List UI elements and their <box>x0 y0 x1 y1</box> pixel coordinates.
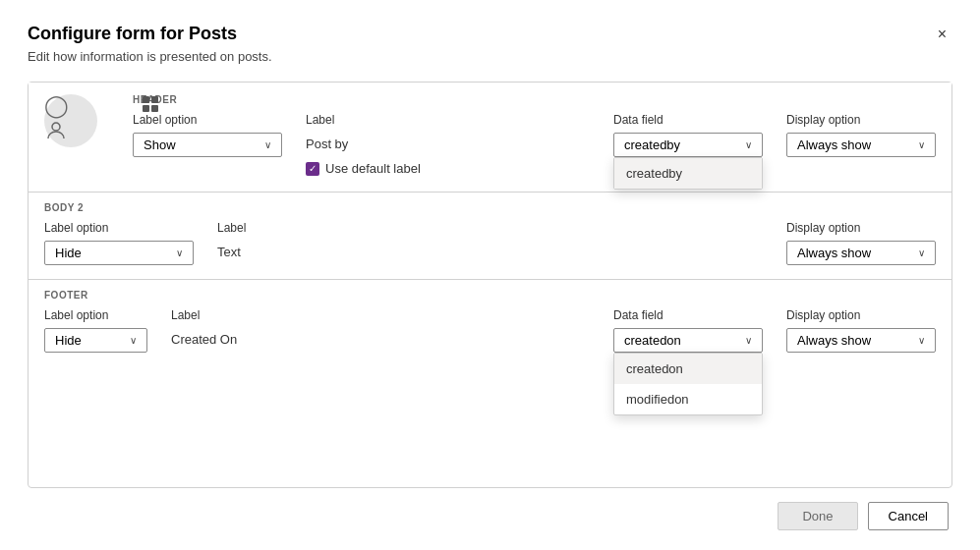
avatar: ◯️ <box>44 94 97 147</box>
footer-dropdown-item-createdon[interactable]: createdon <box>614 354 762 384</box>
dialog-subtitle: Edit how information is presented on pos… <box>28 49 952 64</box>
chevron-down-icon-5: ∨ <box>918 248 925 258</box>
header-section: ◯️ HEADER Label opti <box>29 82 951 192</box>
header-fields-row: Label option Show ∨ Label Post by Use de… <box>133 113 936 176</box>
footer-section: FOOTER Label option Hide ∨ Label Created… <box>29 280 951 366</box>
footer-display-option-select[interactable]: Always show ∨ <box>786 328 936 353</box>
body2-label-text: Text <box>217 241 246 259</box>
cancel-button[interactable]: Cancel <box>868 502 949 530</box>
header-display-option-group: Display option Always show ∨ <box>786 113 936 157</box>
dialog-title: Configure form for Posts <box>28 24 237 44</box>
footer-data-field-select[interactable]: createdon ∨ <box>613 328 763 353</box>
header-label-option-group: Label option Show ∨ <box>133 113 282 157</box>
svg-point-0 <box>52 123 60 131</box>
footer-label-label: Label <box>171 308 237 322</box>
use-default-label-row: Use default label <box>306 161 421 176</box>
body2-label-option-label: Label option <box>44 221 194 235</box>
chevron-down-icon-8: ∨ <box>918 335 925 346</box>
body2-label-option-select[interactable]: Hide ∨ <box>44 241 194 265</box>
body2-section-label: BODY 2 <box>44 202 936 213</box>
header-data-field-group: Data field createdby ∨ createdby <box>613 113 763 157</box>
header-label-label: Label <box>306 113 421 127</box>
footer-display-option-label: Display option <box>786 308 936 322</box>
use-default-label-checkbox[interactable] <box>306 162 319 176</box>
header-label-group: Label Post by Use default label <box>306 113 421 176</box>
body2-display-option-select[interactable]: Always show ∨ <box>786 241 936 265</box>
footer-label-option-select[interactable]: Hide ∨ <box>44 328 147 353</box>
header-label-option-label: Label option <box>133 113 282 127</box>
header-data-field-select[interactable]: createdby ∨ <box>613 133 763 157</box>
body2-label-option-group: Label option Hide ∨ <box>44 221 194 265</box>
footer-section-label: FOOTER <box>44 290 936 301</box>
header-dropdown-item-createdby[interactable]: createdby <box>614 158 762 189</box>
footer-data-field-dropdown: createdon modifiedon <box>613 353 763 415</box>
footer-label-option-label: Label option <box>44 308 147 322</box>
header-data-field-dropdown: createdby <box>613 157 763 190</box>
header-data-field-label: Data field <box>613 113 763 127</box>
use-default-label-text: Use default label <box>325 161 421 176</box>
footer-data-field-label: Data field <box>613 308 763 322</box>
footer-label-text: Created On <box>171 328 237 347</box>
header-label-text: Post by <box>306 133 421 151</box>
body2-fields-row: Label option Hide ∨ Label Text Display o… <box>44 221 936 265</box>
configure-form-dialog: Configure form for Posts × Edit how info… <box>0 0 980 550</box>
chevron-down-icon-7: ∨ <box>745 335 752 346</box>
body2-label-group: Label Text <box>217 221 246 259</box>
user-icon: ◯️ <box>44 93 97 148</box>
dialog-header: Configure form for Posts × <box>28 24 952 45</box>
chevron-down-icon-3: ∨ <box>918 139 925 150</box>
chevron-down-icon: ∨ <box>264 139 271 150</box>
chevron-down-icon-4: ∨ <box>176 248 183 258</box>
body2-label-label: Label <box>217 221 246 235</box>
header-section-label: HEADER <box>133 94 936 105</box>
footer-label-group: Label Created On <box>171 308 237 347</box>
body2-display-option-label: Display option <box>786 221 936 235</box>
body2-section: BODY 2 Label option Hide ∨ Label Text <box>29 192 951 280</box>
header-label-option-select[interactable]: Show ∨ <box>133 133 282 157</box>
chevron-down-icon-6: ∨ <box>130 335 137 346</box>
form-area: ◯️ HEADER Label opti <box>28 82 952 488</box>
body2-display-option-group: Display option Always show ∨ <box>786 221 936 265</box>
footer-label-option-group: Label option Hide ∨ <box>44 308 147 353</box>
footer-display-option-group: Display option Always show ∨ <box>786 308 936 353</box>
chevron-down-icon-2: ∨ <box>745 139 752 150</box>
header-display-option-label: Display option <box>786 113 936 127</box>
footer-data-field-group: Data field createdon ∨ createdon modifie… <box>613 308 763 353</box>
done-button[interactable]: Done <box>778 502 857 530</box>
dialog-footer: Done Cancel <box>28 502 952 530</box>
grid-icon <box>143 96 158 112</box>
avatar-area: ◯️ <box>44 94 97 147</box>
footer-fields-row: Label option Hide ∨ Label Created On Dat… <box>44 308 936 353</box>
header-display-option-select[interactable]: Always show ∨ <box>786 133 936 157</box>
footer-dropdown-item-modifiedon[interactable]: modifiedon <box>614 384 762 414</box>
close-button[interactable]: × <box>932 24 952 45</box>
